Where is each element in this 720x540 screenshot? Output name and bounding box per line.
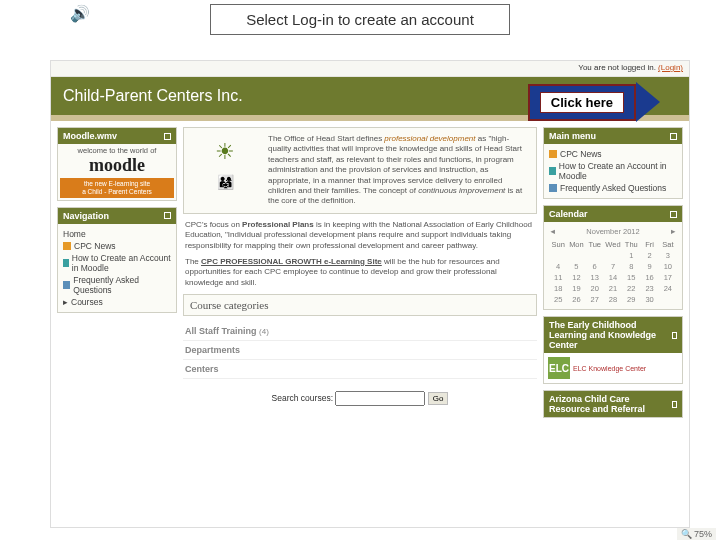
calendar-day[interactable]: 6 (586, 261, 604, 272)
calendar-day[interactable]: 19 (567, 283, 585, 294)
menu-cpc-news[interactable]: CPC News (549, 148, 677, 160)
moodle-bar2: a Child - Parent Centers (63, 188, 171, 196)
nav-cpc-news[interactable]: CPC News (63, 240, 171, 252)
collapse-icon[interactable] (672, 332, 677, 339)
intro-image: ☀ 👨‍👩‍👧 (190, 134, 260, 194)
moodle-bar1: the new E-learning site (63, 180, 171, 188)
calendar-day[interactable]: 14 (604, 272, 622, 283)
calendar-day[interactable]: 27 (586, 294, 604, 305)
news-icon (549, 150, 557, 158)
calendar-day[interactable]: 28 (604, 294, 622, 305)
calendar-day (659, 294, 677, 305)
calendar-day (567, 250, 585, 261)
para-elearning-site: The CPC PROFESSIONAL GROWTH e-Learning S… (183, 257, 537, 288)
calendar-day[interactable]: 29 (622, 294, 640, 305)
collapse-icon[interactable] (672, 401, 677, 408)
collapse-icon[interactable] (670, 211, 677, 218)
calendar-table: SunMonTueWedThuFriSat 123456789101112131… (549, 239, 677, 305)
search-label: Search courses: (272, 393, 333, 403)
calendar-next[interactable]: ► (670, 227, 677, 236)
course-search: Search courses: Go (183, 385, 537, 412)
calendar-day-header: Mon (567, 239, 585, 250)
intro-block: ☀ 👨‍👩‍👧 The Office of Head Start defines… (183, 127, 537, 214)
calendar-day (549, 250, 567, 261)
main-menu-block: Main menu CPC News How to Create an Acco… (543, 127, 683, 199)
cat-departments[interactable]: Departments (183, 341, 537, 360)
eck-link[interactable]: ELC ELC Knowledge Center (544, 353, 682, 383)
click-here-callout: Click here (528, 82, 660, 122)
calendar-day-header: Wed (604, 239, 622, 250)
calendar-day[interactable]: 13 (586, 272, 604, 283)
calendar-day[interactable]: 17 (659, 272, 677, 283)
calendar-day (604, 250, 622, 261)
nav-faq[interactable]: Frequently Asked Questions (63, 274, 171, 296)
search-input[interactable] (335, 391, 425, 406)
cat-all-staff[interactable]: All Staff Training (4) (183, 322, 537, 341)
calendar-day[interactable]: 3 (659, 250, 677, 261)
calendar-day-header: Tue (586, 239, 604, 250)
page-icon (549, 167, 556, 175)
search-go-button[interactable]: Go (428, 392, 449, 405)
cat-centers[interactable]: Centers (183, 360, 537, 379)
calendar-day-header: Thu (622, 239, 640, 250)
calendar-day[interactable]: 20 (586, 283, 604, 294)
para-professional-plans: CPC's focus on Professional Plans is in … (183, 220, 537, 251)
calendar-day[interactable]: 24 (659, 283, 677, 294)
calendar-day[interactable]: 30 (640, 294, 658, 305)
calendar-day[interactable]: 15 (622, 272, 640, 283)
calendar-day[interactable]: 5 (567, 261, 585, 272)
collapse-icon[interactable] (164, 212, 171, 219)
page-icon (549, 184, 557, 192)
azcc-title: Arizona Child Care Resource and Referral (549, 394, 672, 414)
calendar-day[interactable]: 9 (640, 261, 658, 272)
login-link[interactable]: (Login) (658, 63, 683, 72)
people-icon: 👨‍👩‍👧 (217, 174, 234, 190)
calendar-day[interactable]: 16 (640, 272, 658, 283)
calendar-day[interactable]: 4 (549, 261, 567, 272)
calendar-prev[interactable]: ◄ (549, 227, 556, 236)
news-icon (63, 242, 71, 250)
menu-faq[interactable]: Frequently Asked Questions (549, 182, 677, 194)
calendar-day[interactable]: 2 (640, 250, 658, 261)
azcc-block: Arizona Child Care Resource and Referral (543, 390, 683, 418)
topbar: You are not logged in. (Login) (51, 61, 689, 77)
page-icon (63, 281, 70, 289)
collapse-icon[interactable] (670, 133, 677, 140)
nav-courses[interactable]: ▸Courses (63, 296, 171, 308)
eck-badge-icon: ELC (548, 357, 570, 379)
browser-page: You are not logged in. (Login) Child-Par… (50, 60, 690, 528)
calendar-day[interactable]: 8 (622, 261, 640, 272)
calendar-day[interactable]: 10 (659, 261, 677, 272)
calendar-day[interactable]: 11 (549, 272, 567, 283)
calendar-day[interactable]: 23 (640, 283, 658, 294)
moodle-tagline: welcome to the world of (60, 146, 174, 155)
calendar-day[interactable]: 21 (604, 283, 622, 294)
arrow-icon (636, 82, 660, 122)
calendar-day[interactable]: 26 (567, 294, 585, 305)
moodle-logo-text: moodle (60, 155, 174, 176)
eck-label: ELC Knowledge Center (573, 365, 646, 372)
nav-home[interactable]: Home (63, 228, 171, 240)
login-status-text: You are not logged in. (578, 63, 656, 72)
expand-icon: ▸ (63, 297, 68, 307)
zoom-value: 75% (694, 529, 712, 539)
calendar-day[interactable]: 7 (604, 261, 622, 272)
eck-block: The Early Childhood Learning and Knowled… (543, 316, 683, 384)
moodle-video-block: Moodle.wmv welcome to the world of moodl… (57, 127, 177, 201)
calendar-day[interactable]: 12 (567, 272, 585, 283)
calendar-day[interactable]: 25 (549, 294, 567, 305)
moodle-block-title: Moodle.wmv (63, 131, 117, 141)
callout-label: Click here (540, 92, 624, 113)
calendar-title: Calendar (549, 209, 588, 219)
menu-create-account[interactable]: How to Create an Account in Moodle (549, 160, 677, 182)
calendar-day[interactable]: 22 (622, 283, 640, 294)
sun-icon: ☀ (215, 139, 235, 165)
nav-create-account[interactable]: How to Create an Account in Moodle (63, 252, 171, 274)
calendar-day[interactable]: 1 (622, 250, 640, 261)
calendar-day[interactable]: 18 (549, 283, 567, 294)
navigation-title: Navigation (63, 211, 109, 221)
course-categories-heading: Course categories (183, 294, 537, 316)
calendar-block: Calendar ◄ November 2012 ► SunMonTueWedT… (543, 205, 683, 310)
collapse-icon[interactable] (164, 133, 171, 140)
calendar-day-header: Fri (640, 239, 658, 250)
